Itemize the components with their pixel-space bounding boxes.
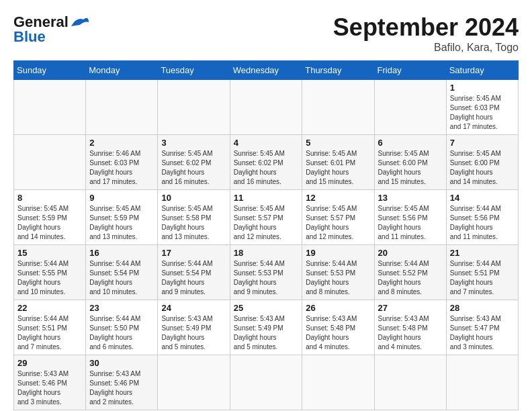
calendar-day-20: 20 Sunrise: 5:44 AMSunset: 5:52 PMDaylig… [374, 245, 446, 300]
empty-cell [158, 80, 230, 135]
calendar-day-30: 30 Sunrise: 5:43 AMSunset: 5:46 PMDaylig… [86, 355, 158, 410]
calendar-day-18: 18 Sunrise: 5:44 AMSunset: 5:53 PMDaylig… [230, 245, 302, 300]
empty-cell [374, 355, 446, 410]
calendar-header-row: SundayMondayTuesdayWednesdayThursdayFrid… [14, 61, 519, 80]
day-number: 28 [450, 303, 515, 313]
day-number: 27 [378, 303, 443, 313]
calendar-week-row: 29 Sunrise: 5:43 AMSunset: 5:46 PMDaylig… [14, 355, 519, 410]
day-info: Sunrise: 5:45 AMSunset: 6:02 PMDaylight … [234, 149, 299, 187]
calendar-table: SundayMondayTuesdayWednesdayThursdayFrid… [13, 60, 519, 410]
day-number: 16 [89, 248, 154, 258]
calendar-week-row: 1 Sunrise: 5:45 AMSunset: 6:03 PMDayligh… [14, 80, 519, 135]
day-number: 20 [378, 248, 443, 258]
calendar-day-27: 27 Sunrise: 5:43 AMSunset: 5:48 PMDaylig… [374, 300, 446, 355]
day-number: 14 [450, 193, 515, 203]
calendar-day-9: 9 Sunrise: 5:45 AMSunset: 5:59 PMDayligh… [86, 190, 158, 245]
calendar-day-7: 7 Sunrise: 5:45 AMSunset: 6:00 PMDayligh… [446, 135, 518, 190]
day-info: Sunrise: 5:43 AMSunset: 5:48 PMDaylight … [306, 314, 370, 352]
calendar-day-8: 8 Sunrise: 5:45 AMSunset: 5:59 PMDayligh… [14, 190, 86, 245]
day-info: Sunrise: 5:45 AMSunset: 5:59 PMDaylight … [17, 204, 82, 242]
calendar-day-19: 19 Sunrise: 5:44 AMSunset: 5:53 PMDaylig… [302, 245, 374, 300]
day-number: 1 [450, 83, 515, 93]
calendar-day-6: 6 Sunrise: 5:45 AMSunset: 6:00 PMDayligh… [374, 135, 446, 190]
calendar-week-row: 8 Sunrise: 5:45 AMSunset: 5:59 PMDayligh… [14, 190, 519, 245]
col-header-thursday: Thursday [302, 61, 374, 80]
calendar-day-12: 12 Sunrise: 5:45 AMSunset: 5:57 PMDaylig… [302, 190, 374, 245]
calendar-day-21: 21 Sunrise: 5:44 AMSunset: 5:51 PMDaylig… [446, 245, 518, 300]
empty-cell [302, 80, 374, 135]
day-number: 5 [306, 138, 370, 148]
day-number: 4 [234, 138, 299, 148]
empty-cell [158, 355, 230, 410]
logo-blue: Blue [13, 28, 46, 46]
day-number: 19 [306, 248, 370, 258]
day-info: Sunrise: 5:46 AMSunset: 6:03 PMDaylight … [89, 149, 154, 187]
title-block: September 2024 Bafilo, Kara, Togo [333, 13, 519, 54]
day-number: 23 [89, 303, 154, 313]
day-number: 3 [161, 138, 226, 148]
day-number: 15 [17, 248, 82, 258]
day-info: Sunrise: 5:43 AMSunset: 5:48 PMDaylight … [378, 314, 443, 352]
day-info: Sunrise: 5:45 AMSunset: 6:00 PMDaylight … [378, 149, 443, 187]
day-number: 12 [306, 193, 370, 203]
calendar-day-25: 25 Sunrise: 5:43 AMSunset: 5:49 PMDaylig… [230, 300, 302, 355]
page-header: General Blue September 2024 Bafilo, Kara… [13, 13, 519, 54]
calendar-week-row: 22 Sunrise: 5:44 AMSunset: 5:51 PMDaylig… [14, 300, 519, 355]
day-info: Sunrise: 5:44 AMSunset: 5:55 PMDaylight … [17, 259, 82, 297]
calendar-week-row: 2 Sunrise: 5:46 AMSunset: 6:03 PMDayligh… [14, 135, 519, 190]
empty-cell [86, 80, 158, 135]
day-info: Sunrise: 5:44 AMSunset: 5:51 PMDaylight … [450, 259, 515, 297]
day-number: 13 [378, 193, 443, 203]
day-info: Sunrise: 5:45 AMSunset: 5:57 PMDaylight … [306, 204, 370, 242]
empty-cell [14, 80, 86, 135]
day-info: Sunrise: 5:44 AMSunset: 5:53 PMDaylight … [306, 259, 370, 297]
day-info: Sunrise: 5:45 AMSunset: 5:56 PMDaylight … [378, 204, 443, 242]
day-number: 29 [17, 358, 82, 368]
calendar-day-5: 5 Sunrise: 5:45 AMSunset: 6:01 PMDayligh… [302, 135, 374, 190]
day-number: 2 [89, 138, 154, 148]
day-info: Sunrise: 5:43 AMSunset: 5:49 PMDaylight … [234, 314, 299, 352]
day-info: Sunrise: 5:44 AMSunset: 5:53 PMDaylight … [234, 259, 299, 297]
calendar-day-22: 22 Sunrise: 5:44 AMSunset: 5:51 PMDaylig… [14, 300, 86, 355]
calendar-day-14: 14 Sunrise: 5:44 AMSunset: 5:56 PMDaylig… [446, 190, 518, 245]
day-info: Sunrise: 5:45 AMSunset: 6:00 PMDaylight … [450, 149, 515, 187]
day-info: Sunrise: 5:43 AMSunset: 5:46 PMDaylight … [17, 369, 82, 407]
day-info: Sunrise: 5:45 AMSunset: 5:57 PMDaylight … [234, 204, 299, 242]
calendar-day-28: 28 Sunrise: 5:43 AMSunset: 5:47 PMDaylig… [446, 300, 518, 355]
calendar-day-15: 15 Sunrise: 5:44 AMSunset: 5:55 PMDaylig… [14, 245, 86, 300]
logo: General Blue [13, 13, 90, 46]
day-info: Sunrise: 5:43 AMSunset: 5:46 PMDaylight … [89, 369, 154, 407]
col-header-tuesday: Tuesday [158, 61, 230, 80]
empty-cell [302, 355, 374, 410]
col-header-saturday: Saturday [446, 61, 518, 80]
calendar-day-16: 16 Sunrise: 5:44 AMSunset: 5:54 PMDaylig… [86, 245, 158, 300]
day-number: 22 [17, 303, 82, 313]
calendar-day-23: 23 Sunrise: 5:44 AMSunset: 5:50 PMDaylig… [86, 300, 158, 355]
empty-cell [14, 135, 86, 190]
col-header-sunday: Sunday [14, 61, 86, 80]
day-info: Sunrise: 5:44 AMSunset: 5:52 PMDaylight … [378, 259, 443, 297]
day-info: Sunrise: 5:45 AMSunset: 6:03 PMDaylight … [450, 94, 515, 132]
calendar-day-2: 2 Sunrise: 5:46 AMSunset: 6:03 PMDayligh… [86, 135, 158, 190]
day-number: 9 [89, 193, 154, 203]
day-info: Sunrise: 5:44 AMSunset: 5:54 PMDaylight … [161, 259, 226, 297]
day-info: Sunrise: 5:45 AMSunset: 6:02 PMDaylight … [161, 149, 226, 187]
calendar-day-24: 24 Sunrise: 5:43 AMSunset: 5:49 PMDaylig… [158, 300, 230, 355]
day-number: 8 [17, 193, 82, 203]
calendar-day-17: 17 Sunrise: 5:44 AMSunset: 5:54 PMDaylig… [158, 245, 230, 300]
col-header-friday: Friday [374, 61, 446, 80]
day-number: 25 [234, 303, 299, 313]
calendar-day-26: 26 Sunrise: 5:43 AMSunset: 5:48 PMDaylig… [302, 300, 374, 355]
calendar-day-1: 1 Sunrise: 5:45 AMSunset: 6:03 PMDayligh… [446, 80, 518, 135]
day-info: Sunrise: 5:44 AMSunset: 5:50 PMDaylight … [89, 314, 154, 352]
empty-cell [446, 355, 518, 410]
day-info: Sunrise: 5:45 AMSunset: 5:58 PMDaylight … [161, 204, 226, 242]
location-title: Bafilo, Kara, Togo [333, 42, 519, 54]
empty-cell [230, 355, 302, 410]
day-info: Sunrise: 5:45 AMSunset: 6:01 PMDaylight … [306, 149, 370, 187]
calendar-day-3: 3 Sunrise: 5:45 AMSunset: 6:02 PMDayligh… [158, 135, 230, 190]
day-number: 26 [306, 303, 370, 313]
empty-cell [374, 80, 446, 135]
month-title: September 2024 [333, 13, 519, 42]
day-info: Sunrise: 5:44 AMSunset: 5:54 PMDaylight … [89, 259, 154, 297]
